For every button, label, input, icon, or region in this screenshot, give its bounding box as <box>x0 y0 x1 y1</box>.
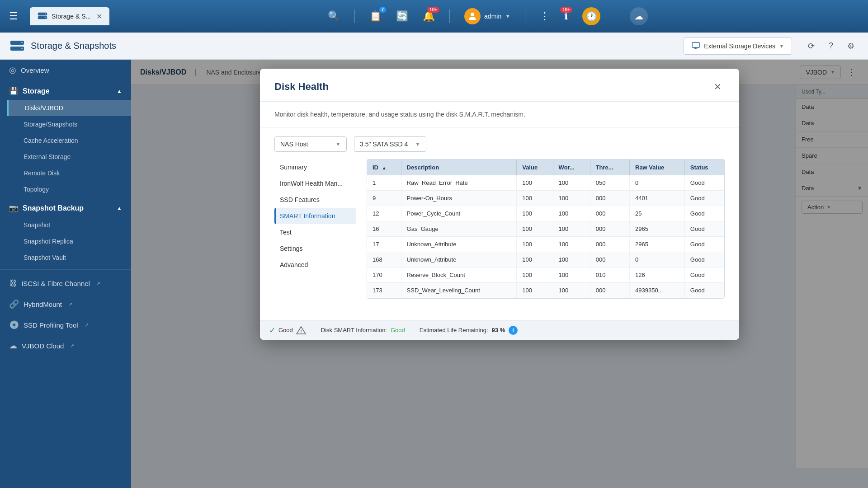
smart-info: Disk SMART Information: Good <box>321 327 405 333</box>
cell-raw-value: 25 <box>630 206 685 221</box>
sidebar-smart-info[interactable]: SMART Information <box>274 208 356 224</box>
life-remaining: Estimated Life Remaining: 93 % i <box>420 326 518 335</box>
col-id[interactable]: ID ▲ <box>367 160 401 175</box>
sidebar-settings[interactable]: Settings <box>274 240 356 257</box>
sidebar-section-storage[interactable]: 💾 Storage ▲ <box>0 80 131 100</box>
sidebar-item-iscsi[interactable]: ⛓ iSCSI & Fibre Channel ↗ <box>0 273 131 294</box>
header-actions: ⟳ ? ⚙ <box>803 38 859 54</box>
sidebar-item-snapshot[interactable]: Snapshot <box>7 217 131 233</box>
help-button[interactable]: ? <box>823 38 839 54</box>
cell-threshold: 000 <box>590 221 629 237</box>
svg-point-12 <box>301 332 302 333</box>
sidebar-item-ssd-profiling[interactable]: 💿 SSD Profiling Tool ↗ <box>0 314 131 335</box>
ext-storage-button[interactable]: External Storage Devices ▼ <box>684 38 792 55</box>
table-row: 16 Gas_Gauge 100 100 000 2965 Good <box>367 221 724 237</box>
cloud-button[interactable]: ☁ <box>630 7 648 25</box>
app-icon-button[interactable]: 🕐 <box>582 7 600 25</box>
tab-close-icon[interactable]: ✕ <box>96 12 102 21</box>
main-tab[interactable]: Storage & S... ✕ <box>30 7 109 25</box>
sidebar-ssd-features[interactable]: SSD Features <box>274 192 356 208</box>
disk-selector[interactable]: 3.5" SATA SSD 4 ▼ <box>354 136 426 152</box>
sidebar-ironwolf[interactable]: IronWolf Health Man... <box>274 175 356 192</box>
cache-acceleration-label: Cache Acceleration <box>24 137 78 144</box>
cell-value: 100 <box>517 191 553 206</box>
col-status[interactable]: Status <box>684 160 724 175</box>
topology-label: Topology <box>24 186 49 193</box>
cell-value: 100 <box>517 221 553 237</box>
sidebar-item-snapshot-replica[interactable]: Snapshot Replica <box>7 233 131 249</box>
settings-button[interactable]: ⚙ <box>843 38 859 54</box>
col-raw-value[interactable]: Raw Value <box>630 160 685 175</box>
sidebar-summary[interactable]: Summary <box>274 159 356 175</box>
cell-description: SSD_Wear_Leveling_Count <box>401 283 517 298</box>
refresh-button[interactable]: ⟳ <box>803 38 819 54</box>
modal-header: Disk Health ✕ <box>260 69 739 102</box>
cell-worst: 100 <box>553 252 590 267</box>
sidebar-item-topology[interactable]: Topology <box>7 181 131 197</box>
vjbod-cloud-icon: ☁ <box>9 341 17 351</box>
modal-close-button[interactable]: ✕ <box>710 80 725 94</box>
life-info-icon[interactable]: i <box>509 326 518 335</box>
user-area[interactable]: admin ▼ <box>464 8 510 24</box>
sidebar-item-overview[interactable]: ◎ Overview <box>0 60 131 80</box>
separator-4 <box>615 9 615 23</box>
cell-raw-value: 4401 <box>630 191 685 206</box>
app-header: Storage & Snapshots External Storage Dev… <box>0 33 868 60</box>
sidebar-item-remote-disk[interactable]: Remote Disk <box>7 165 131 181</box>
cell-worst: 100 <box>553 267 590 283</box>
cell-raw-value: 126 <box>630 267 685 283</box>
cell-threshold: 000 <box>590 191 629 206</box>
cell-threshold: 000 <box>590 252 629 267</box>
sidebar-item-disks-vjbod[interactable]: Disks/VJBOD <box>7 100 131 116</box>
svg-point-2 <box>45 14 46 14</box>
cell-value: 100 <box>517 175 553 191</box>
monitor-icon <box>691 42 700 51</box>
info-button[interactable]: ℹ 10+ <box>564 10 568 22</box>
cell-raw-value: 0 <box>630 175 685 191</box>
dots-button[interactable]: ⋮ <box>540 10 550 22</box>
disk-chevron: ▼ <box>415 141 420 147</box>
life-remaining-value: 93 % <box>492 327 505 333</box>
snapshot-replica-label: Snapshot Replica <box>24 238 73 245</box>
tasks-button[interactable]: 📋 7 <box>369 10 382 22</box>
hamburger-icon[interactable]: ☰ <box>9 10 18 22</box>
modal-overlay: Disk Health ✕ Monitor disk health, tempe… <box>131 60 868 488</box>
notifications-button[interactable]: 🔔 10+ <box>423 10 435 22</box>
sidebar-item-vjbod-cloud[interactable]: ☁ VJBOD Cloud ↗ <box>0 335 131 356</box>
nas-host-chevron: ▼ <box>335 141 341 147</box>
col-worst[interactable]: Wor... <box>553 160 590 175</box>
vjbod-cloud-label: VJBOD Cloud <box>22 342 64 350</box>
search-button[interactable]: 🔍 <box>328 10 340 22</box>
vjbod-cloud-ext-icon: ↗ <box>70 343 74 349</box>
snapshot-vault-label: Snapshot Vault <box>24 254 66 261</box>
cell-raw-value: 0 <box>630 252 685 267</box>
col-description[interactable]: Description <box>401 160 517 175</box>
cell-id: 1 <box>367 175 401 191</box>
cell-threshold: 000 <box>590 283 629 298</box>
sidebar-advanced[interactable]: Advanced <box>274 257 356 273</box>
hybridmount-ext-icon: ↗ <box>68 301 72 307</box>
sidebar-item-external-storage[interactable]: External Storage <box>7 149 131 165</box>
modal-sidebar: Summary IronWolf Health Man... SSD Featu… <box>274 159 356 299</box>
overview-label: Overview <box>21 66 49 74</box>
sidebar-test[interactable]: Test <box>274 224 356 240</box>
sidebar-section-snapshot[interactable]: 📷 Snapshot Backup ▲ <box>0 197 131 217</box>
sidebar-item-snapshot-vault[interactable]: Snapshot Vault <box>7 249 131 266</box>
sidebar-item-cache-acceleration[interactable]: Cache Acceleration <box>7 132 131 149</box>
modal-body: Summary IronWolf Health Man... SSD Featu… <box>260 159 739 308</box>
main-layout: ◎ Overview 💾 Storage ▲ Disks/VJBOD Stora… <box>0 60 868 488</box>
cell-threshold: 010 <box>590 267 629 283</box>
ssd-profiling-ext-icon: ↗ <box>85 322 89 328</box>
updates-button[interactable]: 🔄 <box>396 10 408 22</box>
col-value[interactable]: Value <box>517 160 553 175</box>
sidebar-item-storage-snapshots[interactable]: Storage/Snapshots <box>7 116 131 132</box>
user-label: admin <box>484 13 501 20</box>
snapshot-label: Snapshot <box>24 221 50 229</box>
nas-host-selector[interactable]: NAS Host ▼ <box>274 136 347 152</box>
sidebar-item-hybridmount[interactable]: 🔗 HybridMount ↗ <box>0 294 131 314</box>
ssd-profiling-label: SSD Profiling Tool <box>24 321 78 329</box>
cell-id: 12 <box>367 206 401 221</box>
cell-status: Good <box>684 283 724 298</box>
table-row: 12 Power_Cycle_Count 100 100 000 25 Good <box>367 206 724 221</box>
col-threshold[interactable]: Thre... <box>590 160 629 175</box>
